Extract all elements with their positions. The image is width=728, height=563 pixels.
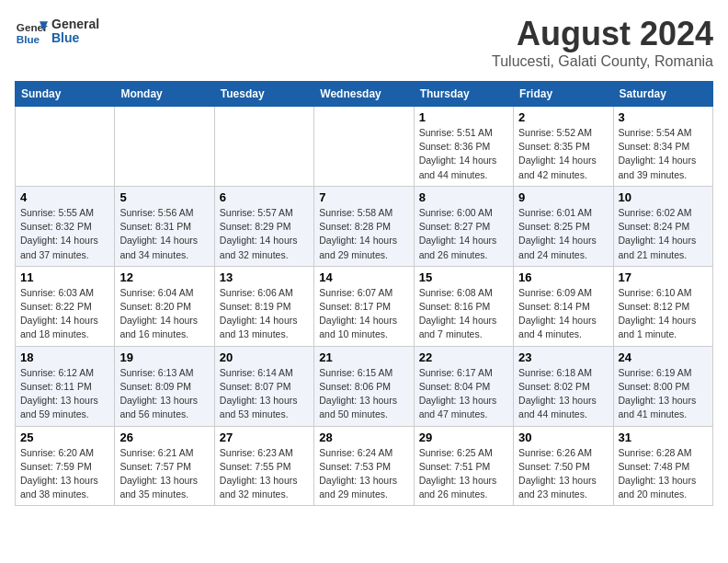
day-cell <box>214 107 313 187</box>
col-header-thursday: Thursday <box>414 82 513 107</box>
day-info: Sunrise: 6:18 AM Sunset: 8:02 PM Dayligh… <box>518 366 608 422</box>
day-number: 31 <box>619 431 708 444</box>
day-cell: 15Sunrise: 6:08 AM Sunset: 8:16 PM Dayli… <box>414 266 513 346</box>
day-cell: 6Sunrise: 5:57 AM Sunset: 8:29 PM Daylig… <box>214 186 313 266</box>
logo-icon: General Blue <box>15 15 48 48</box>
day-info: Sunrise: 6:28 AM Sunset: 7:48 PM Dayligh… <box>619 446 708 502</box>
day-cell: 12Sunrise: 6:04 AM Sunset: 8:20 PM Dayli… <box>115 266 214 346</box>
day-number: 11 <box>20 270 109 284</box>
day-number: 9 <box>518 190 608 204</box>
day-info: Sunrise: 5:58 AM Sunset: 8:28 PM Dayligh… <box>319 206 408 262</box>
day-cell: 4Sunrise: 5:55 AM Sunset: 8:32 PM Daylig… <box>16 186 115 266</box>
day-number: 19 <box>119 350 209 364</box>
day-info: Sunrise: 6:09 AM Sunset: 8:14 PM Dayligh… <box>518 286 608 342</box>
day-cell: 14Sunrise: 6:07 AM Sunset: 8:17 PM Dayli… <box>314 266 414 346</box>
day-info: Sunrise: 6:10 AM Sunset: 8:12 PM Dayligh… <box>619 286 708 342</box>
day-info: Sunrise: 6:25 AM Sunset: 7:51 PM Dayligh… <box>419 446 508 502</box>
day-cell: 25Sunrise: 6:20 AM Sunset: 7:59 PM Dayli… <box>16 426 115 506</box>
week-row-5: 25Sunrise: 6:20 AM Sunset: 7:59 PM Dayli… <box>16 426 713 506</box>
day-cell: 7Sunrise: 5:58 AM Sunset: 8:28 PM Daylig… <box>314 186 414 266</box>
col-header-sunday: Sunday <box>16 82 115 107</box>
day-info: Sunrise: 6:15 AM Sunset: 8:06 PM Dayligh… <box>319 366 408 422</box>
day-cell <box>314 107 414 187</box>
day-number: 21 <box>319 350 408 364</box>
day-number: 25 <box>20 431 109 444</box>
day-cell: 10Sunrise: 6:02 AM Sunset: 8:24 PM Dayli… <box>613 186 712 266</box>
day-info: Sunrise: 5:54 AM Sunset: 8:34 PM Dayligh… <box>619 126 708 182</box>
day-cell <box>115 107 214 187</box>
day-cell: 2Sunrise: 5:52 AM Sunset: 8:35 PM Daylig… <box>514 107 613 187</box>
day-cell: 22Sunrise: 6:17 AM Sunset: 8:04 PM Dayli… <box>414 346 513 426</box>
calendar-body: 1Sunrise: 5:51 AM Sunset: 8:36 PM Daylig… <box>16 107 713 506</box>
title-area: August 2024 Tulucesti, Galati County, Ro… <box>492 15 713 70</box>
day-cell: 17Sunrise: 6:10 AM Sunset: 8:12 PM Dayli… <box>613 266 712 346</box>
day-number: 23 <box>518 350 608 364</box>
logo-line2: Blue <box>51 31 99 45</box>
day-cell: 21Sunrise: 6:15 AM Sunset: 8:06 PM Dayli… <box>314 346 414 426</box>
col-header-saturday: Saturday <box>613 82 712 107</box>
day-number: 14 <box>319 270 408 284</box>
day-info: Sunrise: 5:52 AM Sunset: 8:35 PM Dayligh… <box>518 126 608 182</box>
day-number: 18 <box>20 350 109 364</box>
header: General Blue General Blue August 2024 Tu… <box>15 15 713 70</box>
col-header-tuesday: Tuesday <box>214 82 313 107</box>
day-info: Sunrise: 6:00 AM Sunset: 8:27 PM Dayligh… <box>419 206 508 262</box>
day-cell: 19Sunrise: 6:13 AM Sunset: 8:09 PM Dayli… <box>115 346 214 426</box>
day-info: Sunrise: 6:06 AM Sunset: 8:19 PM Dayligh… <box>220 286 309 342</box>
day-cell: 11Sunrise: 6:03 AM Sunset: 8:22 PM Dayli… <box>16 266 115 346</box>
day-cell: 20Sunrise: 6:14 AM Sunset: 8:07 PM Dayli… <box>214 346 313 426</box>
calendar-header-row: SundayMondayTuesdayWednesdayThursdayFrid… <box>16 82 713 107</box>
day-cell: 8Sunrise: 6:00 AM Sunset: 8:27 PM Daylig… <box>414 186 513 266</box>
day-number: 3 <box>619 110 708 124</box>
week-row-1: 1Sunrise: 5:51 AM Sunset: 8:36 PM Daylig… <box>16 107 713 187</box>
day-cell: 27Sunrise: 6:23 AM Sunset: 7:55 PM Dayli… <box>214 426 313 506</box>
day-number: 8 <box>419 190 508 204</box>
day-cell: 13Sunrise: 6:06 AM Sunset: 8:19 PM Dayli… <box>214 266 313 346</box>
page-subtitle: Tulucesti, Galati County, Romania <box>492 53 713 70</box>
day-cell: 28Sunrise: 6:24 AM Sunset: 7:53 PM Dayli… <box>314 426 414 506</box>
day-info: Sunrise: 6:24 AM Sunset: 7:53 PM Dayligh… <box>319 446 408 502</box>
day-info: Sunrise: 5:55 AM Sunset: 8:32 PM Dayligh… <box>20 206 109 262</box>
day-cell: 18Sunrise: 6:12 AM Sunset: 8:11 PM Dayli… <box>16 346 115 426</box>
day-cell: 31Sunrise: 6:28 AM Sunset: 7:48 PM Dayli… <box>613 426 712 506</box>
day-info: Sunrise: 6:14 AM Sunset: 8:07 PM Dayligh… <box>220 366 309 422</box>
week-row-4: 18Sunrise: 6:12 AM Sunset: 8:11 PM Dayli… <box>16 346 713 426</box>
day-info: Sunrise: 6:07 AM Sunset: 8:17 PM Dayligh… <box>319 286 408 342</box>
day-info: Sunrise: 6:19 AM Sunset: 8:00 PM Dayligh… <box>619 366 708 422</box>
day-number: 5 <box>119 190 209 204</box>
col-header-wednesday: Wednesday <box>314 82 414 107</box>
week-row-3: 11Sunrise: 6:03 AM Sunset: 8:22 PM Dayli… <box>16 266 713 346</box>
day-number: 22 <box>419 350 508 364</box>
day-number: 28 <box>319 431 408 444</box>
day-info: Sunrise: 6:26 AM Sunset: 7:50 PM Dayligh… <box>518 446 608 502</box>
day-number: 29 <box>419 431 508 444</box>
day-info: Sunrise: 6:21 AM Sunset: 7:57 PM Dayligh… <box>119 446 209 502</box>
day-cell <box>16 107 115 187</box>
day-number: 2 <box>518 110 608 124</box>
day-info: Sunrise: 6:03 AM Sunset: 8:22 PM Dayligh… <box>20 286 109 342</box>
day-info: Sunrise: 6:08 AM Sunset: 8:16 PM Dayligh… <box>419 286 508 342</box>
day-number: 30 <box>518 431 608 444</box>
calendar-table: SundayMondayTuesdayWednesdayThursdayFrid… <box>15 81 713 506</box>
day-info: Sunrise: 6:12 AM Sunset: 8:11 PM Dayligh… <box>20 366 109 422</box>
day-number: 16 <box>518 270 608 284</box>
logo-line1: General <box>51 17 99 31</box>
page-title: August 2024 <box>492 15 713 53</box>
day-cell: 29Sunrise: 6:25 AM Sunset: 7:51 PM Dayli… <box>414 426 513 506</box>
day-cell: 9Sunrise: 6:01 AM Sunset: 8:25 PM Daylig… <box>514 186 613 266</box>
day-info: Sunrise: 5:57 AM Sunset: 8:29 PM Dayligh… <box>220 206 309 262</box>
day-number: 24 <box>619 350 708 364</box>
day-number: 13 <box>220 270 309 284</box>
day-info: Sunrise: 5:51 AM Sunset: 8:36 PM Dayligh… <box>419 126 508 182</box>
col-header-monday: Monday <box>115 82 214 107</box>
logo: General Blue General Blue <box>15 15 99 48</box>
day-number: 7 <box>319 190 408 204</box>
day-info: Sunrise: 6:23 AM Sunset: 7:55 PM Dayligh… <box>220 446 309 502</box>
day-info: Sunrise: 6:17 AM Sunset: 8:04 PM Dayligh… <box>419 366 508 422</box>
day-number: 26 <box>119 431 209 444</box>
day-cell: 24Sunrise: 6:19 AM Sunset: 8:00 PM Dayli… <box>613 346 712 426</box>
day-number: 10 <box>619 190 708 204</box>
day-number: 15 <box>419 270 508 284</box>
day-cell: 3Sunrise: 5:54 AM Sunset: 8:34 PM Daylig… <box>613 107 712 187</box>
day-info: Sunrise: 6:02 AM Sunset: 8:24 PM Dayligh… <box>619 206 708 262</box>
